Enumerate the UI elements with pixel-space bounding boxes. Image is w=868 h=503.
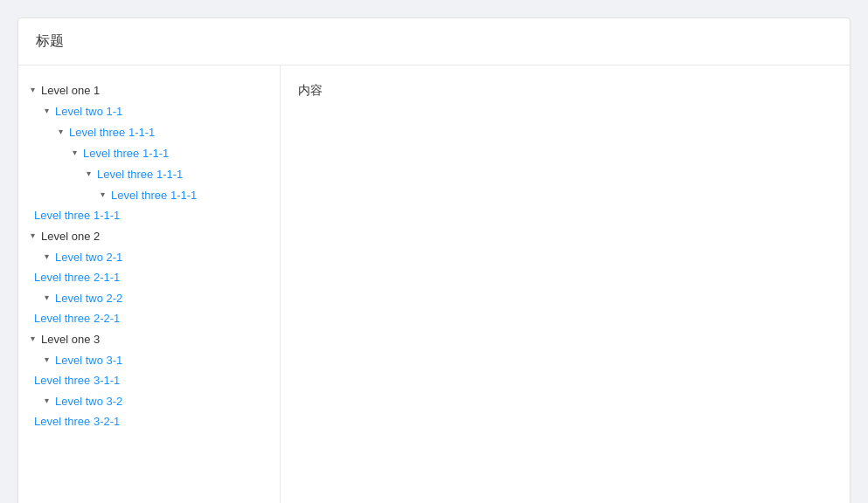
chevron-down-icon: ▾ [81, 167, 95, 181]
chevron-down-icon: ▾ [95, 188, 109, 202]
tree-leaf-label: Level three 3-1-1 [34, 374, 120, 387]
tree-branch-label: Level two 2-1 [55, 251, 122, 264]
tree-leaf-l2-3-1[interactable]: Level three 2-1-1 [18, 267, 280, 287]
tree-children-l3-2-1: Level three 3-1-1 [18, 370, 280, 390]
tree-children-l3-2-2: Level three 3-2-1 [18, 411, 280, 431]
tree-branch-l3-2-1[interactable]: ▾Level two 3-1 [18, 349, 280, 370]
tree-branch-label: Level three 1-1-1 [111, 189, 197, 202]
tree-node-l1-3-2: ▾Level three 1-1-1▾Level three 1-1-1▾Lev… [18, 142, 280, 225]
tree-leaf-label: Level three 3-2-1 [34, 415, 120, 428]
chevron-down-icon: ▾ [39, 394, 53, 408]
tree-branch-l1-3-1[interactable]: ▾Level three 1-1-1 [18, 121, 280, 142]
tree-branch-label: Level one 2 [41, 230, 100, 243]
tree-leaf-l1-3-leaf[interactable]: Level three 1-1-1 [18, 205, 280, 225]
tree-leaf-label: Level three 2-2-1 [34, 312, 120, 325]
tree-branch-label: Level three 1-1-1 [69, 126, 155, 139]
chevron-down-icon: ▾ [25, 229, 39, 243]
tree-children-l1-3-1: ▾Level three 1-1-1▾Level three 1-1-1▾Lev… [18, 142, 280, 225]
tree-node-l2: ▾Level one 2▾Level two 2-1Level three 2-… [18, 225, 280, 328]
chevron-down-icon: ▾ [25, 332, 39, 346]
chevron-down-icon: ▾ [67, 146, 81, 160]
tree-node-l2-2-1: ▾Level two 2-1Level three 2-1-1 [18, 246, 280, 287]
tree-branch-l1-3-3[interactable]: ▾Level three 1-1-1 [18, 163, 280, 184]
tree-node-l1-3-1: ▾Level three 1-1-1▾Level three 1-1-1▾Lev… [18, 121, 280, 225]
tree-branch-label: Level three 1-1-1 [83, 147, 169, 160]
tree-leaf-label: Level three 2-1-1 [34, 271, 120, 284]
sidebar: ▾Level one 1▾Level two 1-1▾Level three 1… [18, 65, 281, 503]
tree-branch-l1[interactable]: ▾Level one 1 [18, 79, 280, 100]
tree-children-l1: ▾Level two 1-1▾Level three 1-1-1▾Level t… [18, 100, 280, 225]
chevron-down-icon: ▾ [53, 125, 67, 139]
tree-children-l2-2-2: Level three 2-2-1 [18, 308, 280, 328]
page-header: 标题 [18, 18, 850, 65]
tree-branch-l1-3-2[interactable]: ▾Level three 1-1-1 [18, 142, 280, 163]
tree-children-l1-3-3: ▾Level three 1-1-1Level three 1-1-1 [18, 184, 280, 225]
tree-branch-l3[interactable]: ▾Level one 3 [18, 328, 280, 349]
tree-children-l2-2-1: Level three 2-1-1 [18, 267, 280, 287]
tree-node-l1-3-4: ▾Level three 1-1-1Level three 1-1-1 [18, 184, 280, 225]
chevron-down-icon: ▾ [39, 104, 53, 118]
content-area: 内容 [281, 65, 850, 503]
tree-leaf-label: Level three 1-1-1 [34, 209, 120, 222]
tree-leaf-l3-3-1[interactable]: Level three 3-1-1 [18, 370, 280, 390]
tree-branch-l2-2-1[interactable]: ▾Level two 2-1 [18, 246, 280, 267]
tree-node-l3-3-1: Level three 3-1-1 [18, 370, 280, 390]
tree-leaf-l3-3-2[interactable]: Level three 3-2-1 [18, 411, 280, 431]
tree-node-l2-2-2: ▾Level two 2-2Level three 2-2-1 [18, 287, 280, 328]
tree-node-l3-3-2: Level three 3-2-1 [18, 411, 280, 431]
tree-node-l3-2-1: ▾Level two 3-1Level three 3-1-1 [18, 349, 280, 390]
tree-node-l2-3-2: Level three 2-2-1 [18, 308, 280, 328]
page-title: 标题 [36, 33, 64, 48]
chevron-down-icon: ▾ [25, 83, 39, 97]
tree-children-l3: ▾Level two 3-1Level three 3-1-1▾Level tw… [18, 349, 280, 431]
tree-branch-l1-2-1[interactable]: ▾Level two 1-1 [18, 100, 280, 121]
tree-branch-l2[interactable]: ▾Level one 2 [18, 225, 280, 246]
chevron-down-icon: ▾ [39, 291, 53, 305]
tree-branch-l3-2-2[interactable]: ▾Level two 3-2 [18, 390, 280, 411]
tree-branch-label: Level one 3 [41, 333, 100, 346]
tree-branch-label: Level two 3-1 [55, 354, 122, 367]
tree-children-l1-3-2: ▾Level three 1-1-1▾Level three 1-1-1Leve… [18, 163, 280, 225]
content-text: 内容 [298, 83, 323, 97]
tree-node-l1-3-leaf: Level three 1-1-1 [18, 205, 280, 225]
tree-branch-l1-3-4[interactable]: ▾Level three 1-1-1 [18, 184, 280, 205]
tree-children-l1-2-1: ▾Level three 1-1-1▾Level three 1-1-1▾Lev… [18, 121, 280, 225]
tree-node-l1-2-1: ▾Level two 1-1▾Level three 1-1-1▾Level t… [18, 100, 280, 225]
tree-node-l3: ▾Level one 3▾Level two 3-1Level three 3-… [18, 328, 280, 431]
tree-branch-label: Level two 2-2 [55, 292, 122, 305]
chevron-down-icon: ▾ [39, 353, 53, 367]
tree-node-l1: ▾Level one 1▾Level two 1-1▾Level three 1… [18, 79, 280, 225]
main-container: 标题 ▾Level one 1▾Level two 1-1▾Level thre… [17, 17, 851, 503]
tree-children-l2: ▾Level two 2-1Level three 2-1-1▾Level tw… [18, 246, 280, 328]
tree-children-l1-3-4: Level three 1-1-1 [18, 205, 280, 225]
chevron-down-icon: ▾ [39, 250, 53, 264]
tree-node-l2-3-1: Level three 2-1-1 [18, 267, 280, 287]
tree-node-l1-3-3: ▾Level three 1-1-1▾Level three 1-1-1Leve… [18, 163, 280, 225]
tree-branch-label: Level one 1 [41, 84, 100, 97]
tree-leaf-l2-3-2[interactable]: Level three 2-2-1 [18, 308, 280, 328]
body-area: ▾Level one 1▾Level two 1-1▾Level three 1… [18, 65, 850, 503]
tree-branch-label: Level two 3-2 [55, 395, 122, 408]
tree-branch-label: Level three 1-1-1 [97, 168, 183, 181]
tree-branch-label: Level two 1-1 [55, 105, 122, 118]
tree-branch-l2-2-2[interactable]: ▾Level two 2-2 [18, 287, 280, 308]
tree-node-l3-2-2: ▾Level two 3-2Level three 3-2-1 [18, 390, 280, 431]
